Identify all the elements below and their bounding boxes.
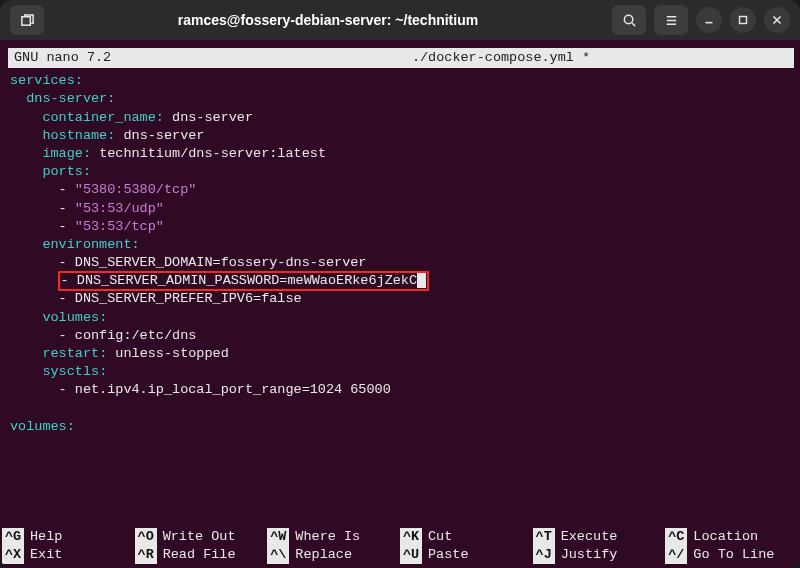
code-line: restart: unless-stopped xyxy=(10,345,792,363)
text-cursor xyxy=(417,272,426,288)
search-button[interactable] xyxy=(612,5,646,35)
shortcut-replace[interactable]: ^\Replace xyxy=(267,546,400,564)
new-tab-button[interactable] xyxy=(10,5,44,35)
svg-rect-0 xyxy=(21,16,29,24)
code-line xyxy=(10,400,792,418)
shortcut-location[interactable]: ^CLocation xyxy=(665,528,798,546)
code-line-highlighted: - DNS_SERVER_ADMIN_PASSWORD=meWWaoERke6j… xyxy=(10,272,792,290)
maximize-button[interactable] xyxy=(730,7,756,33)
svg-rect-2 xyxy=(740,17,747,24)
code-line: - DNS_SERVER_DOMAIN=fossery-dns-server xyxy=(10,254,792,272)
window-title: ramces@fossery-debian-server: ~/techniti… xyxy=(44,12,612,28)
code-line: - "53:53/tcp" xyxy=(10,218,792,236)
shortcut-exit[interactable]: ^XExit xyxy=(2,546,135,564)
code-line: - DNS_SERVER_PREFER_IPV6=false xyxy=(10,290,792,308)
shortcut-read-file[interactable]: ^RRead File xyxy=(135,546,268,564)
titlebar: ramces@fossery-debian-server: ~/techniti… xyxy=(0,0,800,40)
code-line: hostname: dns-server xyxy=(10,127,792,145)
code-line: environment: xyxy=(10,236,792,254)
shortcut-write-out[interactable]: ^OWrite Out xyxy=(135,528,268,546)
shortcut-execute[interactable]: ^TExecute xyxy=(533,528,666,546)
code-line: - "53:53/udp" xyxy=(10,200,792,218)
code-line: container_name: dns-server xyxy=(10,109,792,127)
terminal-body[interactable]: GNU nano 7.2 ./docker-compose.yml * serv… xyxy=(0,40,800,568)
editor-content: services: dns-server: container_name: dn… xyxy=(6,72,796,436)
terminal-window: ramces@fossery-debian-server: ~/techniti… xyxy=(0,0,800,568)
code-line: - config:/etc/dns xyxy=(10,327,792,345)
code-line: - "5380:5380/tcp" xyxy=(10,181,792,199)
nano-header: GNU nano 7.2 ./docker-compose.yml * xyxy=(8,48,794,68)
code-line: image: technitium/dns-server:latest xyxy=(10,145,792,163)
shortcut-cut[interactable]: ^KCut xyxy=(400,528,533,546)
highlighted-password-line: - DNS_SERVER_ADMIN_PASSWORD=meWWaoERke6j… xyxy=(59,272,428,290)
shortcut-goto-line[interactable]: ^/Go To Line xyxy=(665,546,798,564)
shortcut-where-is[interactable]: ^WWhere Is xyxy=(267,528,400,546)
nano-filename: ./docker-compose.yml * xyxy=(214,49,788,67)
menu-button[interactable] xyxy=(654,5,688,35)
shortcut-justify[interactable]: ^JJustify xyxy=(533,546,666,564)
nano-app-name: GNU nano 7.2 xyxy=(14,49,214,67)
code-line: dns-server: xyxy=(10,90,792,108)
code-line: volumes: xyxy=(10,309,792,327)
nano-shortcut-bar: ^GHelp ^OWrite Out ^WWhere Is ^KCut ^TEx… xyxy=(0,528,800,564)
shortcut-help[interactable]: ^GHelp xyxy=(2,528,135,546)
svg-point-1 xyxy=(624,15,632,23)
minimize-button[interactable] xyxy=(696,7,722,33)
code-line: ports: xyxy=(10,163,792,181)
code-line: volumes: xyxy=(10,418,792,436)
close-button[interactable] xyxy=(764,7,790,33)
code-line: - net.ipv4.ip_local_port_range=1024 6500… xyxy=(10,381,792,399)
code-line: sysctls: xyxy=(10,363,792,381)
code-line: services: xyxy=(10,72,792,90)
shortcut-paste[interactable]: ^UPaste xyxy=(400,546,533,564)
